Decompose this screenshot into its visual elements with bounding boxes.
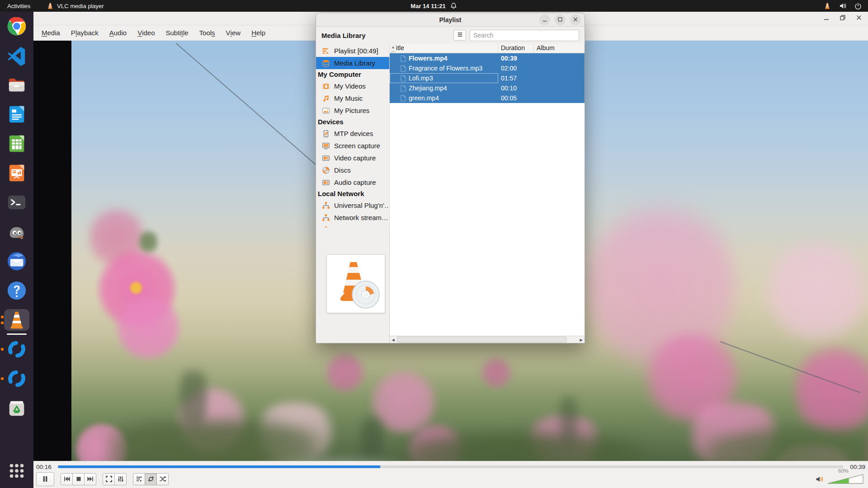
dock-item-app-grid[interactable]	[4, 460, 29, 482]
random-button[interactable]	[156, 473, 169, 485]
dock-item-libreoffice-calc[interactable]	[4, 133, 29, 155]
table-row[interactable]: green.mp400:05	[390, 93, 585, 103]
sidebar-item-zeroconf-netwo[interactable]: Zeroconf netwo	[316, 224, 389, 227]
table-row[interactable]: Flowers.mp400:39	[390, 53, 585, 63]
sidebar-item-my-music[interactable]: My Music	[316, 92, 389, 104]
capture-icon	[322, 178, 330, 187]
menu-media[interactable]: Media	[36, 25, 66, 41]
playlist-maximize-button[interactable]	[555, 14, 566, 25]
menu-tools[interactable]: Tools	[194, 25, 221, 41]
focused-app-title: VLC media player	[57, 3, 104, 9]
sidebar-item-network-stream[interactable]: Network stream…	[316, 211, 389, 224]
network-icon	[322, 202, 330, 210]
dock-item-terminal[interactable]	[4, 192, 29, 213]
dock-item-vlc[interactable]	[4, 309, 29, 331]
flower-blob	[560, 384, 578, 456]
dock-item-thunderbird[interactable]	[4, 250, 29, 272]
dock-item-vscode[interactable]	[4, 45, 29, 66]
focused-app-menu[interactable]: VLC media player	[47, 2, 104, 9]
running-dot	[1, 322, 4, 324]
column-header-title[interactable]: Title	[390, 44, 498, 53]
extended-settings-button[interactable]	[114, 473, 127, 485]
pause-button[interactable]	[36, 472, 54, 486]
system-status-area[interactable]	[824, 0, 868, 12]
table-row[interactable]: Zhejiang.mp400:10	[390, 83, 585, 93]
vlc-restore-button[interactable]	[839, 15, 846, 22]
sidebar-item-media-library[interactable]: Media Library	[316, 57, 389, 69]
vlc-close-button[interactable]	[855, 15, 863, 22]
menu-label-part: udio	[114, 29, 127, 37]
next-button[interactable]	[84, 473, 96, 485]
stop-button[interactable]	[72, 473, 85, 485]
sidebar-item-mtp-devices[interactable]: MTP devices	[316, 127, 389, 140]
dock-item-chrome[interactable]	[4, 15, 29, 37]
volume-status-icon[interactable]	[839, 2, 846, 9]
vlc-minimize-button[interactable]	[823, 15, 830, 22]
menu-audio[interactable]: Audio	[104, 25, 132, 41]
sidebar-item-label: My Music	[334, 94, 363, 102]
sidebar-item-video-capture[interactable]: Video capture	[316, 152, 389, 164]
source-tree: Playlist [00:49]Media LibraryMy Computer…	[316, 44, 389, 227]
playlist-close-button[interactable]	[570, 14, 581, 25]
list-view-icon	[457, 31, 463, 40]
libreoffice-impress-icon	[6, 163, 27, 183]
loop-button[interactable]	[145, 473, 157, 485]
dock-item-help[interactable]: ?	[4, 280, 29, 301]
scroll-left-arrow[interactable]: ◀	[390, 337, 396, 343]
top-bar-left: Activities VLC media player	[0, 2, 104, 9]
dock-item-software-updater-2[interactable]	[4, 368, 29, 389]
dock-item-files[interactable]	[4, 74, 29, 96]
dock-item-gimp[interactable]	[4, 221, 29, 243]
horizontal-scrollbar[interactable]: ◀ ▶	[390, 336, 585, 343]
playlist-minimize-button[interactable]	[539, 14, 550, 25]
fullscreen-button[interactable]	[103, 473, 115, 485]
button-group	[103, 473, 127, 485]
vlc-tray-icon[interactable]	[824, 2, 831, 9]
dock-item-software-updater[interactable]	[4, 338, 29, 360]
volume-cluster: 60%	[815, 474, 865, 484]
speaker-icon[interactable]	[815, 475, 824, 483]
menu-video[interactable]: Video	[132, 25, 160, 41]
view-mode-button[interactable]	[453, 30, 466, 41]
dock-item-libreoffice-writer[interactable]	[4, 103, 29, 125]
cell-title: Zhejiang.mp4	[390, 83, 498, 93]
clock-menu[interactable]: Mar 14 11:21	[410, 2, 457, 9]
scrollbar-thumb[interactable]	[397, 337, 566, 343]
scroll-up-arrow[interactable]: ▲	[390, 44, 396, 50]
volume-slider[interactable]: 60%	[827, 474, 863, 484]
table-row[interactable]: Lofi.mp301:57	[390, 73, 585, 83]
sidebar-item-universal-plug-n[interactable]: Universal Plug'n'…	[316, 199, 389, 211]
column-header-album[interactable]: Album	[534, 44, 585, 53]
sidebar-section-local-network: Local Network	[316, 188, 389, 199]
menu-playback[interactable]: Playback	[66, 25, 104, 41]
menu-label-part: ew	[232, 29, 241, 37]
activities-button[interactable]: Activities	[7, 3, 30, 9]
sidebar-item-screen-capture[interactable]: Screen capture	[316, 140, 389, 152]
running-dot	[1, 348, 4, 351]
file-icon	[400, 95, 406, 102]
seek-bar[interactable]	[58, 465, 844, 468]
table-row[interactable]: Fragrance of Flowers.mp302:00	[390, 63, 585, 73]
menu-help[interactable]: Help	[246, 25, 271, 41]
playlist-titlebar[interactable]: Playlist	[316, 13, 585, 27]
sidebar-item-discs[interactable]: Discs	[316, 164, 389, 176]
dock-item-trash[interactable]	[4, 397, 29, 419]
file-icon	[400, 85, 406, 92]
music-icon	[322, 94, 330, 103]
scroll-right-arrow[interactable]: ▶	[578, 337, 585, 343]
column-header-duration[interactable]: Duration	[498, 44, 534, 53]
previous-button[interactable]	[61, 473, 73, 485]
svg-text:?: ?	[13, 283, 20, 296]
menu-subtitle[interactable]: Subtitle	[160, 25, 194, 41]
sidebar-item-my-videos[interactable]: My Videos	[316, 80, 389, 92]
sidebar-item-audio-capture[interactable]: Audio capture	[316, 176, 389, 188]
sidebar-item-playlist-00-49[interactable]: Playlist [00:49]	[316, 45, 389, 57]
power-icon[interactable]	[854, 2, 862, 9]
playlist-toggle-button[interactable]	[133, 473, 145, 485]
menu-view[interactable]: View	[221, 25, 246, 41]
dock-item-libreoffice-impress[interactable]	[4, 162, 29, 184]
gnome-top-bar: Activities VLC media player Mar 14 11:21	[0, 0, 868, 12]
sidebar-item-my-pictures[interactable]: My Pictures	[316, 104, 389, 117]
search-input[interactable]	[470, 30, 579, 41]
maximize-icon	[557, 16, 563, 24]
